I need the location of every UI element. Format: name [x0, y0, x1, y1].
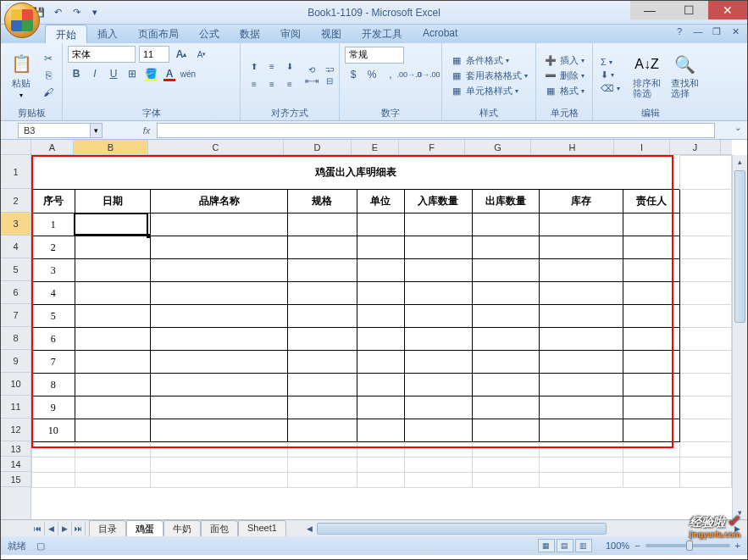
empty-cell[interactable] [75, 473, 150, 488]
table-header-cell[interactable]: 出库数量 [472, 190, 539, 213]
fx-button[interactable]: fx [136, 125, 157, 136]
doc-close-icon[interactable]: ✕ [729, 26, 742, 40]
empty-cell[interactable] [623, 457, 680, 473]
close-button[interactable]: ✕ [708, 1, 747, 19]
sheet-tab[interactable]: 面包 [201, 520, 238, 537]
data-cell[interactable] [539, 328, 623, 351]
data-cell[interactable] [539, 236, 623, 259]
ribbon-tab[interactable]: 视图 [311, 25, 352, 43]
data-cell[interactable] [75, 236, 150, 259]
ribbon-tab[interactable]: 公式 [189, 25, 230, 43]
data-cell[interactable] [288, 259, 357, 282]
data-cell[interactable] [539, 351, 623, 374]
table-header-cell[interactable]: 序号 [32, 190, 75, 213]
column-header[interactable]: J [670, 140, 721, 154]
ribbon-tab[interactable]: 审阅 [270, 25, 311, 43]
empty-cell[interactable] [357, 442, 405, 457]
data-cell[interactable] [288, 396, 357, 419]
grow-font-icon[interactable]: A▴ [173, 46, 190, 63]
shrink-font-icon[interactable]: A▾ [193, 46, 210, 63]
align-middle-icon[interactable]: ≡ [263, 58, 280, 75]
empty-cell[interactable] [288, 442, 357, 457]
data-cell[interactable] [623, 351, 680, 374]
insert-cells-button[interactable]: ➕插入▾ [541, 53, 587, 68]
data-cell[interactable] [623, 259, 680, 282]
fill-handle[interactable] [147, 234, 151, 238]
data-cell[interactable] [151, 419, 288, 442]
empty-cell[interactable] [288, 473, 357, 488]
empty-cell[interactable] [623, 473, 680, 488]
empty-cell[interactable] [405, 457, 472, 473]
data-cell[interactable] [357, 351, 405, 374]
data-cell[interactable] [288, 282, 357, 305]
ribbon-tab[interactable]: Acrobat [413, 25, 468, 43]
data-cell[interactable]: 1 [32, 213, 75, 236]
data-cell[interactable] [288, 374, 357, 396]
decrease-indent-icon[interactable]: ⇤ [305, 76, 312, 86]
merge-icon[interactable]: ⊟ [325, 76, 334, 86]
maximize-button[interactable]: ☐ [669, 1, 708, 19]
sheet-tab[interactable]: Sheet1 [238, 520, 286, 537]
data-cell[interactable] [288, 213, 357, 236]
row-header[interactable]: 8 [1, 327, 30, 350]
row-header[interactable]: 9 [1, 350, 30, 373]
data-cell[interactable] [539, 396, 623, 419]
column-headers[interactable]: ABCDEFGHIJ [31, 140, 732, 155]
empty-cell[interactable] [357, 457, 405, 473]
data-cell[interactable] [151, 328, 288, 351]
paste-button[interactable]: 📋 粘贴 ▾ [6, 50, 36, 101]
font-color-icon[interactable]: A [161, 65, 178, 82]
data-cell[interactable] [288, 305, 357, 328]
data-cell[interactable] [75, 305, 150, 328]
data-cell[interactable] [75, 259, 150, 282]
sheet-tab[interactable]: 牛奶 [163, 520, 201, 537]
row-header[interactable]: 1 [1, 155, 30, 189]
data-cell[interactable] [405, 236, 472, 259]
data-cell[interactable] [357, 328, 405, 351]
sort-filter-button[interactable]: A↓Z 排序和 筛选 [629, 51, 664, 100]
page-break-view-icon[interactable]: ▥ [575, 539, 592, 552]
data-cell[interactable] [472, 282, 539, 305]
sheet-tab[interactable]: 目录 [89, 520, 126, 537]
fill-color-icon[interactable]: 🪣 [142, 65, 159, 82]
empty-cell[interactable] [32, 457, 75, 473]
column-header[interactable]: A [31, 140, 74, 154]
data-cell[interactable] [151, 396, 288, 419]
data-cell[interactable] [472, 374, 539, 396]
table-header-cell[interactable]: 规格 [288, 190, 357, 213]
delete-cells-button[interactable]: ➖删除▾ [541, 69, 587, 83]
row-header[interactable]: 10 [1, 373, 30, 396]
data-cell[interactable] [405, 351, 472, 374]
data-cell[interactable] [288, 328, 357, 351]
vertical-scrollbar[interactable]: ▴ ▾ [732, 155, 747, 519]
sheet-tab[interactable]: 鸡蛋 [126, 520, 163, 537]
scroll-up-icon[interactable]: ▴ [733, 155, 747, 169]
formula-bar-expand-icon[interactable]: ⌄ [732, 123, 744, 138]
page-layout-view-icon[interactable]: ▤ [557, 539, 573, 552]
data-cell[interactable]: 7 [32, 351, 75, 374]
ribbon-tab[interactable]: 插入 [87, 25, 128, 43]
font-size-input[interactable] [139, 46, 169, 63]
column-header[interactable]: E [352, 140, 399, 154]
currency-icon[interactable]: $ [345, 66, 362, 83]
empty-cell[interactable] [623, 442, 680, 457]
zoom-thumb[interactable] [686, 541, 693, 551]
column-header[interactable]: F [399, 140, 465, 154]
data-cell[interactable] [405, 305, 472, 328]
table-format-button[interactable]: ▦套用表格格式▾ [447, 69, 530, 83]
empty-cell[interactable] [405, 442, 472, 457]
data-cell[interactable] [75, 282, 150, 305]
hscroll-thumb[interactable] [317, 523, 607, 535]
empty-cell[interactable] [288, 457, 357, 473]
cell-styles-button[interactable]: ▦单元格样式▾ [447, 84, 530, 98]
format-painter-icon[interactable]: 🖌 [40, 85, 57, 100]
zoom-out-button[interactable]: − [634, 541, 640, 551]
data-cell[interactable]: 2 [32, 236, 75, 259]
empty-cell[interactable] [539, 473, 623, 488]
macro-record-icon[interactable]: ▢ [36, 541, 45, 552]
row-header[interactable]: 5 [1, 258, 30, 281]
data-cell[interactable] [151, 213, 288, 236]
data-cell[interactable] [539, 282, 623, 305]
empty-cell[interactable] [75, 442, 150, 457]
redo-icon[interactable]: ↷ [69, 5, 84, 20]
